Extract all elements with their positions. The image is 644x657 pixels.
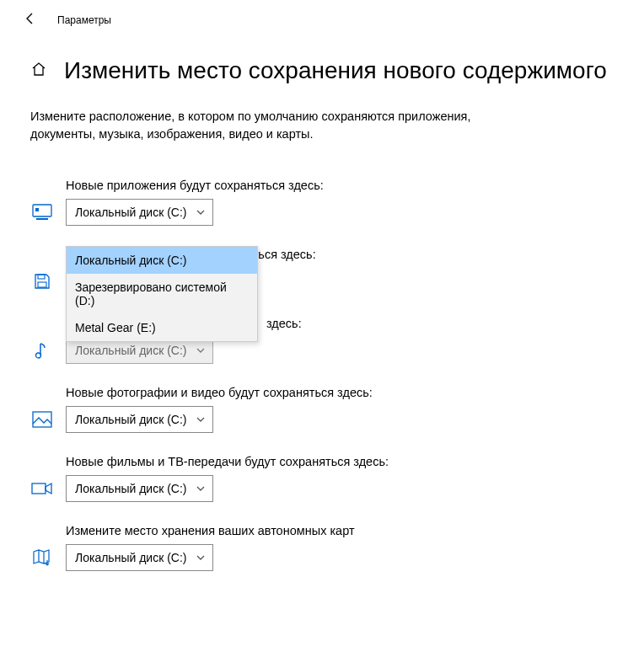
page-title: Изменить место сохранения нового содержи… <box>64 57 607 84</box>
svg-rect-3 <box>38 275 45 279</box>
svg-rect-7 <box>32 483 46 494</box>
setting-photos-label: Новые фотографии и видео будут сохранять… <box>66 386 614 399</box>
video-icon <box>30 477 54 500</box>
chevron-down-icon <box>196 483 206 494</box>
music-dropdown-value: Локальный диск (C:) <box>75 344 187 357</box>
docs-dropdown-popup: Локальный диск (C:) Зарезервировано сист… <box>66 246 258 342</box>
movies-dropdown-value: Локальный диск (C:) <box>75 482 187 495</box>
dropdown-option[interactable]: Локальный диск (C:) <box>67 247 257 274</box>
movies-dropdown[interactable]: Локальный диск (C:) <box>66 475 213 502</box>
dropdown-option[interactable]: Metal Gear (E:) <box>67 314 257 341</box>
topbar: Параметры <box>0 0 644 35</box>
svg-rect-1 <box>36 218 48 220</box>
music-icon <box>30 339 54 362</box>
svg-rect-4 <box>38 282 46 287</box>
photos-dropdown-value: Локальный диск (C:) <box>75 413 187 426</box>
setting-maps: Измените место хранения ваших автономных… <box>30 524 614 571</box>
dropdown-option[interactable]: Зарезервировано системой (D:) <box>67 274 257 314</box>
home-icon[interactable] <box>30 61 47 82</box>
chevron-down-icon <box>196 345 206 355</box>
chevron-down-icon <box>196 553 206 563</box>
apps-dropdown-value: Локальный диск (C:) <box>75 206 187 219</box>
map-icon <box>30 546 54 569</box>
chevron-down-icon <box>196 414 206 425</box>
setting-apps-label: Новые приложения будут сохраняться здесь… <box>66 179 614 192</box>
setting-movies: Новые фильмы и ТВ-передачи будут сохраня… <box>30 455 614 502</box>
setting-movies-label: Новые фильмы и ТВ-передачи будут сохраня… <box>66 455 614 468</box>
back-button[interactable] <box>24 12 37 29</box>
setting-maps-label: Измените место хранения ваших автономных… <box>66 524 614 537</box>
apps-dropdown[interactable]: Локальный диск (C:) <box>66 199 213 226</box>
maps-dropdown[interactable]: Локальный диск (C:) <box>66 544 213 571</box>
app-name: Параметры <box>57 14 111 26</box>
header: Изменить место сохранения нового содержи… <box>0 35 644 91</box>
setting-apps: Новые приложения будут сохраняться здесь… <box>30 179 614 226</box>
setting-music-label-tail: здесь: <box>266 317 614 330</box>
image-icon <box>30 408 54 431</box>
page-description: Измените расположение, в котором по умол… <box>0 91 539 148</box>
chevron-down-icon <box>196 207 206 217</box>
settings-area: Новые приложения будут сохраняться здесь… <box>0 148 644 580</box>
svg-rect-6 <box>33 412 51 427</box>
maps-dropdown-value: Локальный диск (C:) <box>75 551 187 564</box>
apps-icon <box>30 200 54 224</box>
photos-dropdown[interactable]: Локальный диск (C:) <box>66 406 213 433</box>
save-icon <box>30 270 54 293</box>
svg-rect-2 <box>35 208 39 211</box>
setting-photos: Новые фотографии и видео будут сохранять… <box>30 386 614 433</box>
